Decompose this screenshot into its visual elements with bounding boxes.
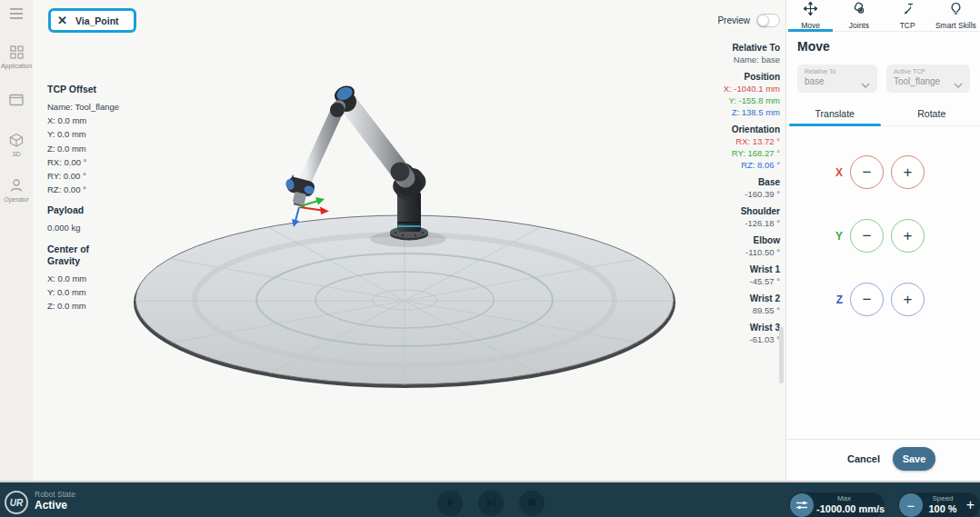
joint-value: -45.57 ° [662, 275, 780, 287]
joint-label: Wrist 3 [662, 322, 780, 333]
stop-icon [526, 495, 537, 512]
z-minus-button[interactable]: − [850, 283, 884, 316]
tcp-offset-row: RY: 0.00 ° [47, 169, 129, 183]
joint-label: Shoulder [662, 205, 780, 217]
mode-tabs: Translate Rotate [786, 102, 980, 126]
chevron-down-icon [954, 75, 963, 92]
orientation-ry: RY: 168.27 ° [662, 147, 780, 159]
joint-value: -160.39 ° [662, 188, 780, 200]
cancel-button[interactable]: Cancel [839, 450, 888, 468]
y-minus-button[interactable]: − [850, 219, 884, 253]
tab-tcp[interactable]: TCP [884, 0, 932, 31]
speed-decrease-button[interactable]: − [899, 493, 923, 517]
joint-label: Base [662, 176, 780, 188]
close-icon[interactable]: ✕ [57, 15, 67, 26]
select-value: Tool_flange [894, 75, 963, 87]
toggle-knob [757, 15, 769, 26]
select-label: Relative To [805, 68, 870, 75]
x-minus-button[interactable]: − [850, 155, 884, 189]
tab-translate[interactable]: Translate [786, 102, 884, 125]
ur-logo-text: UR [10, 498, 23, 508]
tab-label: Joints [849, 21, 869, 30]
app-root: Application 3D [0, 0, 980, 517]
sidebar-item-operator[interactable]: Operator [0, 178, 33, 203]
hamburger-icon [0, 7, 33, 20]
joint-label: Wrist 2 [662, 293, 780, 304]
speed-pill: − Speed 100 % + [898, 492, 980, 517]
active-tcp-select[interactable]: Active TCP Tool_flange [886, 65, 970, 93]
via-point-chip[interactable]: ✕ Via_Point [48, 8, 136, 33]
cog-row: X: 0.0 mm [47, 272, 129, 285]
move-icon [804, 2, 817, 19]
window-icon [0, 94, 33, 106]
tcp-offset-row: Y: 0.0 mm [47, 127, 129, 141]
robot-state-label: Robot State [35, 490, 75, 499]
select-label: Active TCP [894, 68, 963, 75]
speed-value: 100 % [925, 503, 960, 515]
lightbulb-icon [949, 2, 963, 19]
tcp-offset-row: Z: 0.0 mm [47, 142, 129, 155]
robot-state-value: Active [35, 499, 67, 512]
menu-button[interactable] [0, 7, 33, 20]
stop-button[interactable] [519, 491, 545, 516]
max-label: Max [816, 494, 872, 503]
sidebar: Application 3D [0, 0, 33, 481]
tab-label: Smart Skills [935, 21, 976, 30]
sidebar-item-program[interactable] [0, 94, 33, 110]
axis-label-z: Z [797, 283, 843, 317]
save-button[interactable]: Save [893, 447, 935, 471]
relative-to-value: Name: base [662, 54, 780, 65]
tab-rotate[interactable]: Rotate [884, 102, 980, 125]
3d-viewport[interactable]: ✕ Via_Point Preview TCP Offset Name: Too… [33, 0, 785, 481]
ur-logo: UR [5, 491, 28, 514]
speed-label: Speed [925, 494, 960, 503]
jog-row-x: X − + [786, 155, 980, 190]
tcp-offset-title: TCP Offset [47, 84, 129, 95]
joints-icon [852, 2, 865, 19]
z-plus-button[interactable]: + [891, 283, 925, 316]
max-speed-pill: Max -1000.00 mm/s [789, 492, 885, 517]
speed-settings-button[interactable] [790, 493, 814, 517]
move-panel: Move Joints [785, 0, 980, 481]
tab-joints[interactable]: Joints [835, 0, 883, 31]
scrollbar-thumb[interactable] [779, 327, 784, 383]
tab-move[interactable]: Move [786, 0, 835, 31]
position-title: Position [662, 71, 780, 83]
sidebar-item-label: 3D [0, 151, 33, 157]
panel-tabs: Move Joints [786, 0, 980, 32]
play-button[interactable] [437, 491, 463, 516]
preview-toggle[interactable] [756, 14, 780, 27]
footer-divider [786, 439, 980, 440]
relative-to-title: Relative To [662, 42, 780, 54]
bottom-bar: UR Robot State Active [0, 481, 980, 517]
skip-icon [485, 495, 496, 512]
joint-value: -61.03 ° [662, 333, 780, 345]
tab-smart-skills[interactable]: Smart Skills [932, 0, 980, 31]
via-point-label: Via_Point [75, 15, 119, 26]
relative-to-select[interactable]: Relative To base [797, 65, 877, 93]
mode-tab-label: Translate [815, 108, 855, 119]
jog-row-z: Z − + [786, 283, 980, 317]
sidebar-item-label: Operator [0, 196, 33, 203]
play-icon [445, 495, 455, 512]
y-plus-button[interactable]: + [891, 219, 925, 253]
tcp-offset-row: RX: 0.00 ° [47, 155, 129, 169]
sidebar-item-label: Application [0, 63, 33, 69]
cog-row: Z: 0.0 mm [47, 299, 129, 313]
pose-info-column: Relative To Name: base Position X: -1040… [662, 42, 780, 351]
position-z: Z: 138.5 mm [662, 106, 780, 118]
tcp-offset-row: X: 0.0 mm [47, 114, 129, 127]
preview-label: Preview [717, 15, 750, 25]
cog-row: Y: 0.0 mm [47, 285, 129, 299]
sidebar-item-application[interactable]: Application [0, 45, 33, 69]
joint-value: -126.18 ° [662, 217, 780, 229]
speed-increase-button[interactable]: + [966, 495, 975, 515]
cog-title: Center of Gravity [47, 244, 100, 267]
joint-value: 89.55 ° [662, 304, 780, 316]
step-button[interactable] [478, 491, 504, 516]
sidebar-item-3d[interactable]: 3D [0, 133, 33, 157]
mode-tab-label: Rotate [917, 108, 945, 119]
tab-label: Move [801, 21, 820, 30]
x-plus-button[interactable]: + [891, 155, 925, 189]
tcp-offset-row: RZ: 0.00 ° [47, 183, 129, 196]
